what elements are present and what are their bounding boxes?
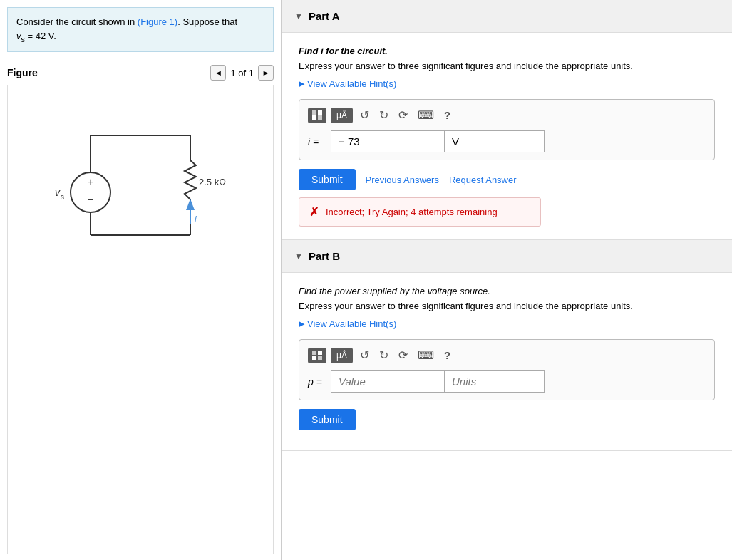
part-a-prev-answers-link[interactable]: Previous Answers [366,175,439,185]
left-panel: Consider the circuit shown in (Figure 1)… [0,0,282,560]
mu-icon: μÅ [336,110,347,120]
part-a-body: Find i for the circuit. Express your ans… [282,33,732,239]
part-a-units-display: V [445,130,545,152]
figure-header: Figure ◄ 1 of 1 ► [7,65,274,81]
part-b-hint-arrow-icon: ▶ [299,319,304,328]
part-a-hint-link[interactable]: ▶ View Available Hint(s) [299,78,715,89]
figure-scroll: + − v s [7,85,274,554]
part-a-label: Part A [309,10,340,22]
part-b-grid-btn[interactable] [308,348,326,363]
figure-count: 1 of 1 [230,68,254,78]
svg-text:v: v [55,187,61,198]
part-b-help-btn[interactable]: ? [441,348,453,363]
svg-text:+: + [88,176,93,187]
part-b-collapse-arrow: ▼ [294,252,303,261]
part-b-input-row: p = [308,370,706,393]
problem-statement: Consider the circuit shown in (Figure 1)… [7,7,274,52]
part-a-header[interactable]: ▼ Part A [282,0,732,33]
part-b-section: ▼ Part B Find the power supplied by the … [282,240,732,451]
part-b-value-input[interactable] [331,370,445,393]
part-a-input-row: i = V [308,130,706,152]
part-a-find-text: Find i for the circuit. [299,46,715,56]
part-a-error-message: Incorrect; Try Again; 4 attempts remaini… [326,207,498,217]
part-b-grid-icon [312,351,322,361]
vs-label: vs = 42 V [16,31,53,41]
part-b-label: Part B [309,250,340,262]
svg-text:2.5 kΩ: 2.5 kΩ [199,177,226,187]
part-b-toolbar: μÅ ↺ ↻ ⟳ ⌨ ? [308,347,706,363]
part-b-input-label: p = [308,376,325,388]
part-b-units-input[interactable] [445,370,545,393]
figure-section: Figure ◄ 1 of 1 ► + − v s [0,59,281,560]
part-b-hint-link[interactable]: ▶ View Available Hint(s) [299,318,715,329]
part-b-answer-box: μÅ ↺ ↻ ⟳ ⌨ ? p = [299,339,715,400]
part-a-submit-btn[interactable]: Submit [299,169,356,190]
keyboard-btn[interactable]: ⌨ [415,107,437,123]
svg-text:s: s [61,193,64,201]
grid-toggle-btn[interactable] [308,108,326,123]
part-a-error-box: ✗ Incorrect; Try Again; 4 attempts remai… [299,197,541,227]
help-btn[interactable]: ? [441,108,453,123]
mu-btn[interactable]: μÅ [331,108,353,123]
part-a-request-answer-link[interactable]: Request Answer [449,175,517,185]
part-b-keyboard-btn[interactable]: ⌨ [415,347,437,363]
svg-text:i: i [195,214,197,224]
hint-arrow-icon: ▶ [299,79,304,88]
figure-canvas: + − v s [8,85,273,285]
part-a-actions: Submit Previous Answers Request Answer [299,169,715,190]
figure-prev-btn[interactable]: ◄ [210,65,226,81]
figure-nav: ◄ 1 of 1 ► [210,65,274,81]
problem-text-2: . Suppose that [177,16,237,27]
reset-btn[interactable]: ⟳ [396,107,411,123]
part-b-body: Find the power supplied by the voltage s… [282,273,732,450]
right-panel: ▼ Part A Find i for the circuit. Express… [282,0,732,560]
part-a-instruction: Express your answer to three significant… [299,61,715,71]
redo-btn[interactable]: ↻ [376,107,391,123]
part-b-header[interactable]: ▼ Part B [282,240,732,273]
part-a-collapse-arrow: ▼ [294,11,303,21]
grid-icon [312,110,322,120]
problem-text-1: Consider the circuit shown in [16,16,138,27]
part-b-find-text: Find the power supplied by the voltage s… [299,286,715,296]
figure-title: Figure [7,67,38,78]
part-b-undo-btn[interactable]: ↺ [357,347,372,363]
part-a-toolbar: μÅ ↺ ↻ ⟳ ⌨ ? [308,107,706,123]
part-b-submit-btn[interactable]: Submit [299,409,356,430]
part-a-section: ▼ Part A Find i for the circuit. Express… [282,0,732,240]
error-icon: ✗ [309,205,319,219]
part-b-actions: Submit [299,409,715,430]
vs-unit: . [53,31,56,41]
part-b-mu-icon: μÅ [336,351,347,361]
part-b-mu-btn[interactable]: μÅ [331,348,353,363]
figure-next-btn[interactable]: ► [258,65,274,81]
part-b-redo-btn[interactable]: ↻ [376,347,391,363]
part-a-answer-box: μÅ ↺ ↻ ⟳ ⌨ ? i = V [299,99,715,160]
part-a-value-input[interactable] [331,130,445,152]
part-b-reset-btn[interactable]: ⟳ [396,347,411,363]
part-a-input-label: i = [308,136,325,147]
part-b-instruction: Express your answer to three significant… [299,301,715,311]
circuit-diagram: + − v s [41,107,240,264]
undo-btn[interactable]: ↺ [357,107,372,123]
svg-text:−: − [88,194,93,205]
figure-link[interactable]: (Figure 1) [138,16,177,27]
